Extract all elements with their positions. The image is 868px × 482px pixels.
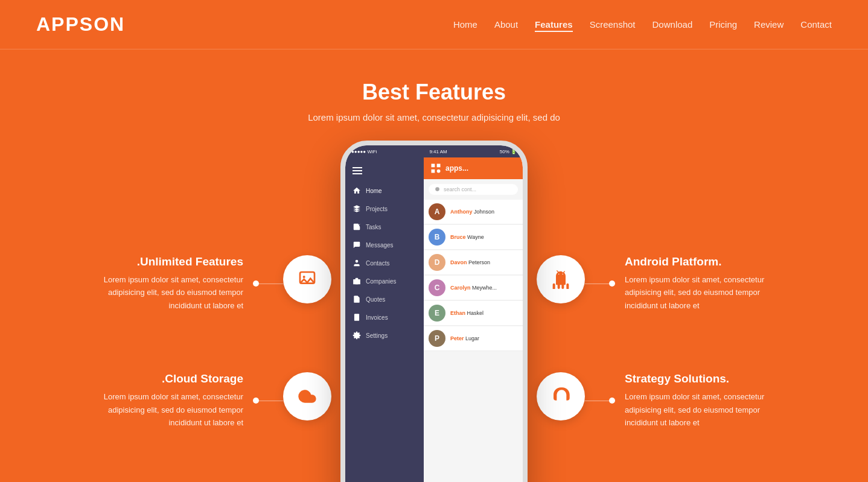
sidebar-item-contacts[interactable]: Contacts xyxy=(345,254,424,272)
phone-app-header: apps... xyxy=(424,157,523,179)
right-features: Android Platform. Lorem ipsum dolor sit … xyxy=(537,135,772,430)
svg-rect-6 xyxy=(354,314,359,321)
sidebar-item-companies[interactable]: Companies xyxy=(345,272,424,290)
navbar: APPSON Home About Features Screenshot Do… xyxy=(0,0,868,49)
avatar-davon: D xyxy=(429,254,445,271)
avatar-ethan: E xyxy=(429,305,445,322)
section-subtitle: Lorem ipsum dolor sit amet, consectetur … xyxy=(12,112,856,122)
feature-cloud-icon xyxy=(283,372,331,420)
svg-point-10 xyxy=(437,170,441,173)
left-features: .Unlimited Features Lorem ipsum dolor si… xyxy=(96,135,331,430)
status-time: 9:41 AM xyxy=(429,149,447,154)
sidebar-item-settings[interactable]: Settings xyxy=(345,326,424,344)
feature-android-line xyxy=(585,284,609,284)
feature-cloud-dot xyxy=(253,398,259,404)
feature-unlimited-text: .Unlimited Features Lorem ipsum dolor si… xyxy=(96,255,243,312)
feature-cloud-desc: Lorem ipsum dolor sit amet, consectetur … xyxy=(96,390,243,429)
sidebar-item-projects[interactable]: Projects xyxy=(345,200,424,218)
phone-outer: ●●●●● WiFi 9:41 AM 50% 🔋 Home xyxy=(340,141,528,482)
feature-unlimited-dot xyxy=(253,281,259,287)
section-header: Best Features Lorem ipsum dolor sit amet… xyxy=(0,49,868,135)
contact-name-anthony: Anthony Johnson xyxy=(450,209,494,215)
contact-row-anthony: A Anthony Johnson xyxy=(424,200,523,224)
feature-unlimited-icon xyxy=(283,255,331,303)
contact-row-ethan: E Ethan Haskel xyxy=(424,301,523,326)
feature-cloud-title: .Cloud Storage xyxy=(96,372,243,385)
status-battery: 50% 🔋 xyxy=(500,149,517,154)
phone-sidebar: Home Projects Tasks Messages xyxy=(345,145,424,482)
feature-android-desc: Lorem ipsum dolor sit amet, consectetur … xyxy=(625,273,772,312)
nav-menu: Home About Features Screenshot Download … xyxy=(453,19,832,30)
contact-name-carolyn: Carolyn Meywhe... xyxy=(450,285,497,291)
avatar-carolyn: C xyxy=(429,279,445,296)
avatar-anthony: A xyxy=(429,203,445,220)
nav-item-contact[interactable]: Contact xyxy=(800,19,832,30)
status-dots: ●●●●● WiFi xyxy=(351,149,377,154)
sidebar-hamburger xyxy=(345,162,424,179)
feature-cloud-line xyxy=(259,401,283,401)
contact-row-peter: P Peter Lugar xyxy=(424,326,523,351)
sidebar-item-quotes[interactable]: Quotes xyxy=(345,290,424,308)
app-name-label: apps... xyxy=(445,164,468,173)
feature-cloud-text: .Cloud Storage Lorem ipsum dolor sit ame… xyxy=(96,372,243,429)
contact-name-bruce: Bruce Wayne xyxy=(450,234,484,240)
nav-item-features[interactable]: Features xyxy=(535,19,573,30)
feature-unlimited: .Unlimited Features Lorem ipsum dolor si… xyxy=(96,255,331,312)
contact-row-davon: D Davon Peterson xyxy=(424,250,523,275)
sidebar-item-messages[interactable]: Messages xyxy=(345,236,424,254)
avatar-peter: P xyxy=(429,330,445,347)
sidebar-item-invoices[interactable]: Invoices xyxy=(345,308,424,326)
svg-point-1 xyxy=(303,276,305,278)
feature-unlimited-line xyxy=(259,284,283,284)
nav-item-pricing[interactable]: Pricing xyxy=(709,19,737,30)
section-title: Best Features xyxy=(12,80,856,105)
feature-strategy-text: Strategy Solutions. Lorem ipsum dolor si… xyxy=(625,372,772,429)
nav-item-screenshot[interactable]: Screenshot xyxy=(590,19,636,30)
svg-point-2 xyxy=(356,260,359,263)
feature-strategy: Strategy Solutions. Lorem ipsum dolor si… xyxy=(537,372,772,429)
nav-item-home[interactable]: Home xyxy=(453,19,477,30)
phone-mockup: ●●●●● WiFi 9:41 AM 50% 🔋 Home xyxy=(331,135,537,482)
contact-name-davon: Davon Peterson xyxy=(450,259,490,265)
feature-android-dot xyxy=(609,281,615,287)
feature-android-title: Android Platform. xyxy=(625,255,772,268)
contact-row-carolyn: C Carolyn Meywhe... xyxy=(424,276,523,300)
feature-unlimited-title: .Unlimited Features xyxy=(96,255,243,268)
phone-screen: ●●●●● WiFi 9:41 AM 50% 🔋 Home xyxy=(345,145,523,482)
feature-strategy-desc: Lorem ipsum dolor sit amet, consectetur … xyxy=(625,390,772,429)
feature-strategy-dot xyxy=(609,398,615,404)
contact-name-peter: Peter Lugar xyxy=(450,335,479,341)
feature-strategy-title: Strategy Solutions. xyxy=(625,372,772,385)
avatar-bruce: B xyxy=(429,229,445,246)
phone-status-bar: ●●●●● WiFi 9:41 AM 50% 🔋 xyxy=(345,145,523,157)
sidebar-item-tasks[interactable]: Tasks xyxy=(345,218,424,236)
sidebar-item-home[interactable]: Home xyxy=(345,182,424,200)
svg-point-11 xyxy=(435,187,439,191)
contact-name-ethan: Ethan Haskel xyxy=(450,310,483,316)
nav-item-review[interactable]: Review xyxy=(754,19,783,30)
contacts-list: A Anthony Johnson B Bruce Wayne xyxy=(424,200,523,352)
feature-android-text: Android Platform. Lorem ipsum dolor sit … xyxy=(625,255,772,312)
search-placeholder: search cont... xyxy=(444,186,476,192)
phone-search-bar[interactable]: search cont... xyxy=(429,184,518,195)
feature-android-icon xyxy=(537,255,585,303)
nav-item-about[interactable]: About xyxy=(494,19,518,30)
feature-android: Android Platform. Lorem ipsum dolor sit … xyxy=(537,255,772,312)
nav-item-download[interactable]: Download xyxy=(653,19,693,30)
feature-strategy-line xyxy=(585,401,609,401)
contact-row-bruce: B Bruce Wayne xyxy=(424,225,523,250)
feature-unlimited-desc: Lorem ipsum dolor sit amet, consectetur … xyxy=(96,273,243,312)
phone-main-content: apps... search cont... A Anthony J xyxy=(424,145,523,482)
features-section: .Unlimited Features Lorem ipsum dolor si… xyxy=(0,135,868,482)
brand-logo: APPSON xyxy=(36,13,125,36)
feature-cloud: .Cloud Storage Lorem ipsum dolor sit ame… xyxy=(96,372,331,429)
feature-strategy-icon xyxy=(537,372,585,420)
